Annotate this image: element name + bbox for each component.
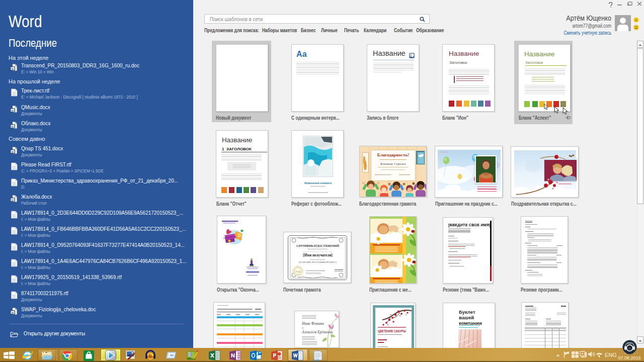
svg-text:W: W [11,150,15,153]
svg-text:W: W [11,125,15,128]
svg-text:W: W [11,311,15,314]
svg-text:SMART: SMART [627,342,632,344]
svg-text:W: W [11,67,15,70]
svg-text:ГОД: ГОД [296,270,300,273]
svg-text:W: W [11,198,15,202]
svg-text:W: W [11,109,15,112]
